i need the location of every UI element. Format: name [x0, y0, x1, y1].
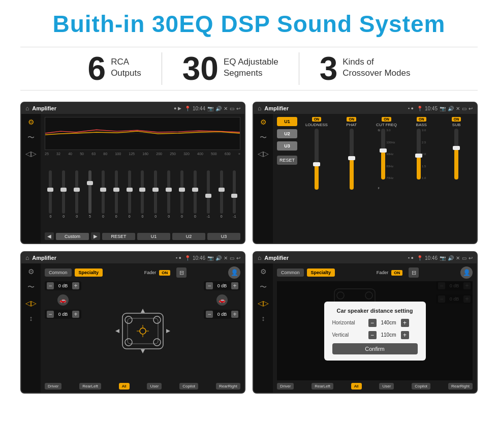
slider-thumb-11[interactable]	[192, 188, 198, 192]
all-btn-4[interactable]: All	[351, 383, 362, 390]
speaker-icon-1[interactable]: ◁▷	[25, 150, 37, 158]
slider-track-3[interactable]	[88, 170, 91, 214]
slider-thumb-3[interactable]	[87, 181, 93, 185]
eq-prev-btn[interactable]: ◀	[45, 232, 54, 240]
slider-track-6[interactable]	[128, 170, 131, 214]
wave-icon-3[interactable]: 〜	[27, 283, 35, 292]
arrows-icon-3[interactable]: ↕	[29, 314, 33, 322]
driver-btn-4[interactable]: Driver	[277, 383, 294, 390]
slider-thumb-0[interactable]	[47, 188, 53, 192]
amp-sub-slider[interactable]	[454, 129, 458, 180]
slider-thumb-6[interactable]	[127, 188, 133, 192]
dialog-horizontal-plus[interactable]: +	[401, 319, 409, 327]
db-plus-bottomleft[interactable]: +	[72, 311, 79, 318]
slider-track-5[interactable]	[115, 170, 118, 214]
db-plus-topleft[interactable]: +	[72, 282, 79, 289]
db-plus-bottomright[interactable]: +	[231, 311, 238, 318]
amp-loudness-thumb[interactable]	[313, 162, 320, 166]
slider-track-10[interactable]	[180, 170, 183, 214]
fader-slider-icon[interactable]: ⊟	[176, 267, 186, 278]
eq-icon-1[interactable]: ⚙	[28, 118, 35, 126]
eq-custom-btn[interactable]: Custom	[56, 233, 89, 240]
arrows-icon-4[interactable]: ↕	[262, 314, 265, 322]
tab-common-4[interactable]: Common	[277, 268, 304, 277]
dialog-vertical-minus[interactable]: −	[368, 331, 377, 339]
speaker-icon-3[interactable]: ◁▷	[25, 299, 37, 307]
amp-phat-slider[interactable]	[350, 129, 354, 190]
amp-reset-btn[interactable]: RESET	[277, 156, 297, 165]
amp-sub-on[interactable]: ON	[452, 117, 461, 122]
slider-thumb-9[interactable]	[166, 188, 172, 192]
slider-track-0[interactable]	[49, 170, 52, 214]
tab-specialty-4[interactable]: Specialty	[307, 268, 335, 277]
slider-track-8[interactable]	[154, 170, 157, 214]
db-minus-bottomright[interactable]: −	[206, 311, 213, 318]
slider-track-7[interactable]	[141, 170, 144, 214]
amp-phat-thumb[interactable]	[348, 156, 355, 160]
slider-track-1[interactable]	[62, 170, 65, 214]
tab-specialty[interactable]: Specialty	[75, 268, 103, 277]
eq-u2-btn[interactable]: U2	[172, 233, 205, 240]
slider-thumb-12[interactable]	[205, 194, 211, 198]
person-icon-btn-4[interactable]: 👤	[460, 266, 473, 279]
slider-thumb-10[interactable]	[179, 188, 185, 192]
amp-bass-slider[interactable]	[417, 129, 421, 180]
slider-track-4[interactable]	[102, 170, 105, 214]
wave-icon-4[interactable]: 〜	[260, 283, 267, 292]
dialog-horizontal-minus[interactable]: −	[368, 319, 377, 327]
driver-btn[interactable]: Driver	[45, 383, 61, 390]
slider-track-9[interactable]	[167, 170, 170, 214]
fader-slider-icon-4[interactable]: ⊟	[409, 267, 419, 278]
amp-cutfreq-slider[interactable]	[381, 129, 385, 180]
rearleft-btn-4[interactable]: RearLeft	[312, 383, 333, 390]
eq-icon-2[interactable]: ⚙	[260, 118, 267, 126]
tab-common[interactable]: Common	[45, 268, 72, 277]
amp-loudness-on[interactable]: ON	[312, 117, 322, 122]
amp-u1-btn[interactable]: U1	[277, 117, 297, 126]
home-icon-4[interactable]: ⌂	[258, 254, 261, 261]
amp-cutfreq-thumb[interactable]	[380, 148, 387, 153]
amp-sub-thumb[interactable]	[453, 146, 460, 150]
slider-thumb-7[interactable]	[139, 188, 145, 192]
wave-icon-2[interactable]: 〜	[260, 133, 267, 142]
slider-thumb-2[interactable]	[74, 188, 80, 192]
amp-u2-btn[interactable]: U2	[277, 129, 297, 138]
slider-thumb-14[interactable]	[231, 194, 237, 198]
home-icon-2[interactable]: ⌂	[258, 105, 261, 112]
eq-reset-btn[interactable]: RESET	[102, 233, 135, 240]
amp-loudness-slider[interactable]	[315, 129, 319, 190]
speaker-icon-4[interactable]: ◁▷	[258, 299, 269, 307]
eq-u1-btn[interactable]: U1	[137, 233, 170, 240]
speaker-icon-2[interactable]: ◁▷	[258, 150, 269, 158]
db-minus-topleft[interactable]: −	[47, 282, 54, 289]
slider-thumb-4[interactable]	[100, 188, 106, 192]
eq-next-btn[interactable]: ▶	[91, 232, 100, 240]
person-icon-btn[interactable]: 👤	[228, 266, 240, 279]
rearright-btn-4[interactable]: RearRight	[448, 383, 473, 390]
eq-icon-3[interactable]: ⚙	[28, 267, 35, 276]
dialog-confirm-btn[interactable]: Confirm	[332, 343, 418, 354]
slider-thumb-1[interactable]	[60, 188, 67, 192]
amp-bass-on[interactable]: ON	[417, 117, 426, 122]
user-btn[interactable]: User	[147, 383, 162, 390]
rearright-btn[interactable]: RearRight	[216, 383, 240, 390]
slider-thumb-8[interactable]	[152, 188, 159, 192]
user-btn-4[interactable]: User	[379, 383, 394, 390]
rearleft-btn[interactable]: RearLeft	[79, 383, 101, 390]
db-plus-topright[interactable]: +	[231, 282, 238, 289]
eq-icon-4[interactable]: ⚙	[260, 267, 267, 276]
home-icon-1[interactable]: ⌂	[25, 105, 29, 112]
copilot-btn[interactable]: Copilot	[179, 383, 198, 390]
all-btn[interactable]: All	[119, 383, 130, 390]
fader-on-badge[interactable]: ON	[159, 270, 170, 276]
home-icon-3[interactable]: ⌂	[25, 254, 29, 261]
db-minus-topright[interactable]: −	[206, 282, 213, 289]
slider-track-14[interactable]	[233, 170, 236, 214]
eq-u3-btn[interactable]: U3	[207, 233, 240, 240]
fader-on-badge-4[interactable]: ON	[391, 270, 402, 276]
wave-icon-1[interactable]: 〜	[27, 133, 35, 142]
amp-u3-btn[interactable]: U3	[277, 141, 297, 151]
copilot-btn-4[interactable]: Copilot	[412, 383, 430, 390]
slider-track-11[interactable]	[194, 170, 197, 214]
slider-track-2[interactable]	[75, 170, 78, 214]
